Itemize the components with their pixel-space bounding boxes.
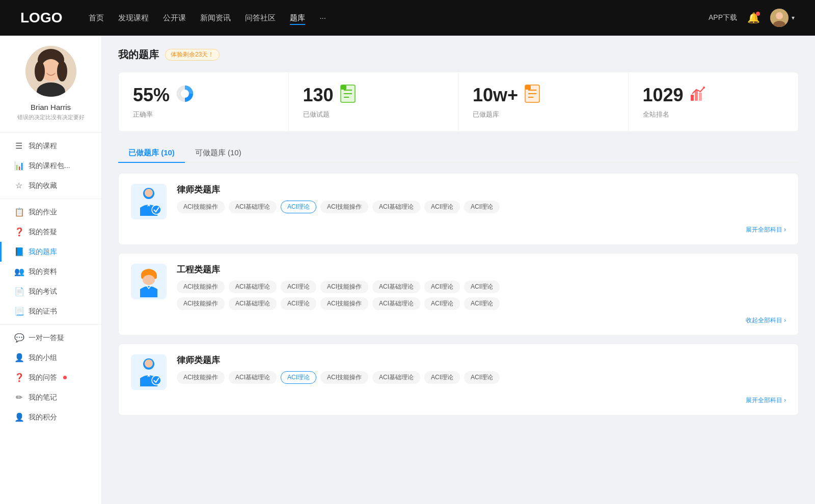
qbank-header-1: 律师类题库 ACI技能操作 ACI基础理论 ACI理论 ACI技能操作 ACI基… xyxy=(131,184,786,219)
nav-qbank[interactable]: 题库 xyxy=(290,11,305,25)
tag-2r2-6[interactable]: ACI理论 xyxy=(424,297,460,310)
tag-3-3[interactable]: ACI理论 xyxy=(281,371,316,384)
tag-2-5[interactable]: ACI基础理论 xyxy=(372,281,420,293)
topnav: LOGO 首页 发现课程 公开课 新闻资讯 问答社区 题库 ··· APP下载 … xyxy=(0,0,815,36)
qbank-info-3: 律师类题库 ACI技能操作 ACI基础理论 ACI理论 ACI技能操作 ACI基… xyxy=(177,354,786,384)
sidebar-item-favorites[interactable]: ☆ 我的收藏 xyxy=(0,176,101,195)
notes-icon: ✏ xyxy=(14,393,23,402)
stat-top-4: 1029 xyxy=(643,85,784,106)
tag-2-4[interactable]: ACI技能操作 xyxy=(320,281,368,293)
sidebar-item-label: 一对一答疑 xyxy=(29,333,64,343)
tag-2r2-1[interactable]: ACI技能操作 xyxy=(177,297,225,310)
tag-1-7[interactable]: ACI理论 xyxy=(464,201,500,213)
stat-top: 55% xyxy=(133,85,274,106)
sidebar-item-points[interactable]: 👤 我的积分 xyxy=(0,407,101,427)
divider-1 xyxy=(0,132,101,133)
sidebar-item-label: 我的作业 xyxy=(29,208,57,217)
page-body: Brian Harris 错误的决定比没有决定要好 ☰ 我的课程 📊 我的课程包… xyxy=(0,36,815,504)
courses-icon: ☰ xyxy=(14,141,23,151)
nav-news[interactable]: 新闻资讯 xyxy=(200,11,231,25)
tag-3-7[interactable]: ACI理论 xyxy=(464,371,500,384)
app-download[interactable]: APP下载 xyxy=(709,13,737,22)
svg-rect-22 xyxy=(525,85,531,90)
sidebar-item-notes[interactable]: ✏ 我的笔记 xyxy=(0,387,101,407)
tag-2r2-7[interactable]: ACI理论 xyxy=(464,297,500,310)
tab-done[interactable]: 已做题库 (10) xyxy=(118,144,185,162)
nav-more[interactable]: ··· xyxy=(319,11,326,25)
tag-1-3[interactable]: ACI理论 xyxy=(281,201,316,213)
sidebar-item-label: 我的问答 xyxy=(29,373,57,382)
sidebar-item-course-packages[interactable]: 📊 我的课程包... xyxy=(0,156,101,176)
tag-2r2-3[interactable]: ACI理论 xyxy=(281,297,316,310)
tag-3-1[interactable]: ACI技能操作 xyxy=(177,371,225,384)
sidebar-item-certificate[interactable]: 📃 我的证书 xyxy=(0,301,101,321)
tag-1-5[interactable]: ACI基础理论 xyxy=(372,201,420,213)
tag-2-2[interactable]: ACI基础理论 xyxy=(229,281,277,293)
sidebar-item-1on1[interactable]: 💬 一对一答疑 xyxy=(0,328,101,348)
qbank-icon-engineer xyxy=(131,264,167,299)
sidebar-item-profile[interactable]: 👥 我的资料 xyxy=(0,262,101,282)
topnav-right: APP下载 🔔 ▾ xyxy=(709,9,795,27)
nav-discover[interactable]: 发现课程 xyxy=(118,11,149,25)
tag-2-6[interactable]: ACI理论 xyxy=(424,281,460,293)
sidebar-item-label: 我的资料 xyxy=(29,267,57,276)
svg-rect-24 xyxy=(695,91,698,101)
stat-value-accuracy: 55% xyxy=(133,85,170,106)
nav-home[interactable]: 首页 xyxy=(89,11,104,25)
qbank-expand-1[interactable]: 展开全部科目 › xyxy=(131,226,786,234)
tag-3-4[interactable]: ACI技能操作 xyxy=(320,371,368,384)
stat-questions-done: 130 已做试题 xyxy=(289,72,459,131)
sidebar-item-qbank[interactable]: 📘 我的题库 xyxy=(0,242,101,262)
svg-point-26 xyxy=(703,87,705,89)
stat-top-3: 10w+ xyxy=(473,85,614,106)
notification-bell[interactable]: 🔔 xyxy=(747,12,760,24)
tag-2r2-4[interactable]: ACI技能操作 xyxy=(320,297,368,310)
sidebar-item-qa[interactable]: ❓ 我的答疑 xyxy=(0,222,101,242)
trial-badge: 体验剩余23天！ xyxy=(165,49,220,61)
user-avatar-menu[interactable]: ▾ xyxy=(770,9,795,27)
stat-label-rank: 全站排名 xyxy=(643,110,784,119)
tag-1-2[interactable]: ACI基础理论 xyxy=(229,201,277,213)
qbank-tags-2-row2: ACI技能操作 ACI基础理论 ACI理论 ACI技能操作 ACI基础理论 AC… xyxy=(177,297,786,310)
qbank-tags-3: ACI技能操作 ACI基础理论 ACI理论 ACI技能操作 ACI基础理论 AC… xyxy=(177,371,786,384)
sidebar-item-label: 我的答疑 xyxy=(29,228,57,237)
svg-point-6 xyxy=(35,61,45,81)
sidebar-avatar xyxy=(25,46,76,97)
svg-point-7 xyxy=(57,61,67,81)
sidebar-item-exam[interactable]: 📄 我的考试 xyxy=(0,282,101,301)
tag-2-7[interactable]: ACI理论 xyxy=(464,281,500,293)
tab-available[interactable]: 可做题库 (10) xyxy=(185,144,252,162)
tag-2r2-2[interactable]: ACI基础理论 xyxy=(229,297,277,310)
qbank-collapse-2[interactable]: 收起全部科目 › xyxy=(131,316,786,325)
sidebar-item-questions[interactable]: ❓ 我的问答 xyxy=(0,368,101,387)
qbank-tags-2: ACI技能操作 ACI基础理论 ACI理论 ACI技能操作 ACI基础理论 AC… xyxy=(177,281,786,293)
tag-2-1[interactable]: ACI技能操作 xyxy=(177,281,225,293)
tag-2-3[interactable]: ACI理论 xyxy=(281,281,316,293)
tag-3-5[interactable]: ACI基础理论 xyxy=(372,371,420,384)
qbank-header-3: 律师类题库 ACI技能操作 ACI基础理论 ACI理论 ACI技能操作 ACI基… xyxy=(131,354,786,390)
qbank-expand-3[interactable]: 展开全部科目 › xyxy=(131,396,786,405)
sidebar-item-my-courses[interactable]: ☰ 我的课程 xyxy=(0,136,101,156)
content-header: 我的题库 体验剩余23天！ xyxy=(118,48,799,62)
tag-3-2[interactable]: ACI基础理论 xyxy=(229,371,277,384)
nav-qa[interactable]: 问答社区 xyxy=(245,11,276,25)
avatar-caret: ▾ xyxy=(792,14,795,21)
tag-1-4[interactable]: ACI技能操作 xyxy=(320,201,368,213)
stat-label-banks: 已做题库 xyxy=(473,110,614,119)
tag-3-6[interactable]: ACI理论 xyxy=(424,371,460,384)
tag-2r2-5[interactable]: ACI基础理论 xyxy=(372,297,420,310)
qbank-list: 律师类题库 ACI技能操作 ACI基础理论 ACI理论 ACI技能操作 ACI基… xyxy=(118,173,799,424)
sidebar-item-group[interactable]: 👤 我的小组 xyxy=(0,348,101,368)
sidebar-item-label: 我的小组 xyxy=(29,353,57,362)
qbank-info-1: 律师类题库 ACI技能操作 ACI基础理论 ACI理论 ACI技能操作 ACI基… xyxy=(177,184,786,213)
sidebar-item-label: 我的课程 xyxy=(29,142,57,151)
sidebar: Brian Harris 错误的决定比没有决定要好 ☰ 我的课程 📊 我的课程包… xyxy=(0,36,102,504)
qbank-info-2: 工程类题库 ACI技能操作 ACI基础理论 ACI理论 ACI技能操作 ACI基… xyxy=(177,264,786,310)
sidebar-item-homework[interactable]: 📋 我的作业 xyxy=(0,202,101,222)
tag-1-1[interactable]: ACI技能操作 xyxy=(177,201,225,213)
tag-1-6[interactable]: ACI理论 xyxy=(424,201,460,213)
nav-open-course[interactable]: 公开课 xyxy=(163,11,186,25)
qa-icon: ❓ xyxy=(14,227,23,237)
page-title: 我的题库 xyxy=(118,48,159,62)
qbank-name-3: 律师类题库 xyxy=(177,354,786,366)
